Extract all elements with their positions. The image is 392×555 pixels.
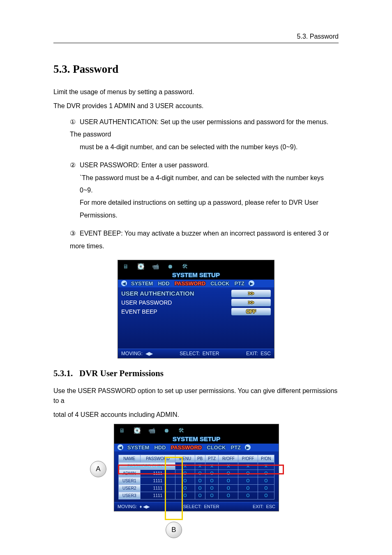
tab-clock[interactable]: CLOCK xyxy=(210,280,229,287)
moving-label: MOVING: xyxy=(121,351,143,356)
moving-val: ◀▶ xyxy=(145,351,153,356)
table-row: USER3 1111 O O O O O O xyxy=(119,492,274,499)
perm-cell[interactable]: O xyxy=(238,477,258,484)
dvr2-top-icons: 🖥 💽 📹 ⏺ 🛠 xyxy=(114,424,279,435)
sub-intro-p1: Use the USER PASSWORD option to set up u… xyxy=(53,386,339,406)
perm-cell[interactable]: O xyxy=(258,484,274,492)
exit-label: EXIT: xyxy=(246,351,258,356)
arrow-right-icon[interactable]: ▶ xyxy=(249,280,254,286)
callout-a: A xyxy=(90,461,106,477)
col-pon: P/ON xyxy=(258,455,274,462)
tab-system[interactable]: SYSTEM xyxy=(127,444,149,451)
callout-b: B xyxy=(166,522,182,538)
perm-cell[interactable]: O xyxy=(258,492,274,499)
list-marker-3: ③ xyxy=(70,227,80,240)
select-val: ENTER xyxy=(204,504,219,509)
callout-b-highlight xyxy=(165,457,183,520)
sub-intro-p2: total of 4 USER accounts including ADMIN… xyxy=(53,410,339,420)
tab-password[interactable]: PASSWORD xyxy=(171,444,202,451)
col-ptz: PTZ xyxy=(205,455,219,462)
li1-line2: must be a 4-digit number, and can be sel… xyxy=(80,141,339,153)
list-item: ③EVENT BEEP: You may activate a buzzer w… xyxy=(70,227,339,252)
perm-cell[interactable]: O xyxy=(258,477,274,484)
row-event-beep[interactable]: EVENT BEEP OFF xyxy=(121,308,271,315)
tab-hdd[interactable]: HDD xyxy=(158,280,169,287)
row-value[interactable]: OFF xyxy=(231,308,271,315)
camera-icon: 📹 xyxy=(146,426,157,435)
perm-cell[interactable]: O xyxy=(195,477,205,484)
list-marker-1: ① xyxy=(70,116,80,128)
section-number: 5.3. xyxy=(53,63,70,75)
perm-cell[interactable]: O xyxy=(219,484,238,492)
arrow-right-icon[interactable]: ▶ xyxy=(245,444,251,450)
subsection-heading: 5.3.1. DVR User Permissions xyxy=(53,368,339,379)
callout-a-highlight xyxy=(118,465,284,474)
dvr1-footer: MOVING: ◀▶ SELECT: ENTER EXIT: ESC xyxy=(118,349,274,358)
tab-ptz[interactable]: PTZ xyxy=(231,444,241,451)
moving-label: MOVING: xyxy=(118,504,137,509)
row-value[interactable]: >> xyxy=(231,290,271,297)
row-user-auth[interactable]: USER AUTHENTICATION >> xyxy=(121,290,271,297)
table-header-row: NAME PASSWORD MENU PB PTZ R/OFF P/OFF P/… xyxy=(119,455,274,462)
exit-val: ESC xyxy=(266,504,275,509)
perm-cell[interactable]: O xyxy=(205,477,219,484)
tab-password[interactable]: PASSWORD xyxy=(175,280,206,287)
monitor-icon: 🖥 xyxy=(117,426,127,435)
dvr1-body: USER AUTHENTICATION >> USER PASSWORD >> … xyxy=(118,287,274,349)
hdd-icon: 💽 xyxy=(135,262,146,271)
tab-ptz[interactable]: PTZ xyxy=(234,280,244,287)
footer-moving: MOVING: ◀▶ xyxy=(121,351,153,356)
permissions-table: NAME PASSWORD MENU PB PTZ R/OFF P/OFF P/… xyxy=(118,455,274,500)
user-name: USER2 xyxy=(119,484,141,492)
select-val: ENTER xyxy=(203,351,219,356)
record-icon: ⏺ xyxy=(161,426,172,435)
li2-line2: `The password must be a 4-digit number, … xyxy=(80,172,339,197)
dvr-screenshot-1: 🖥 💽 📹 ⏺ 🛠 SYSTEM SETUP ◀ SYSTEM HDD PASS… xyxy=(118,260,274,358)
row-label: USER AUTHENTICATION xyxy=(121,290,194,297)
perm-cell[interactable]: O xyxy=(195,484,205,492)
perm-cell[interactable]: O xyxy=(238,484,258,492)
footer-exit: EXIT: ESC xyxy=(253,504,275,509)
perm-cell[interactable]: O xyxy=(205,492,219,499)
dvr2-banner: SYSTEM SETUP xyxy=(114,435,279,444)
arrow-left-icon[interactable]: ◀ xyxy=(118,444,123,450)
list-marker-2: ② xyxy=(70,159,80,171)
perm-cell[interactable]: O xyxy=(219,477,238,484)
camera-icon: 📹 xyxy=(150,262,161,271)
perm-cell[interactable]: O xyxy=(238,492,258,499)
dvr1-top-icons: 🖥 💽 📹 ⏺ 🛠 xyxy=(118,260,274,271)
list-item: ②USER PASSWORD: Enter a user password. `… xyxy=(70,159,339,222)
select-label: SELECT: xyxy=(180,351,200,356)
col-pb: PB xyxy=(195,455,205,462)
perm-cell[interactable]: O xyxy=(219,492,238,499)
col-poff: P/OFF xyxy=(238,455,258,462)
tab-hdd[interactable]: HDD xyxy=(154,444,166,451)
footer-moving: MOVING: ♦ ◀▶ xyxy=(118,504,150,509)
dvr-screenshot-2-wrap: 🖥 💽 📹 ⏺ 🛠 SYSTEM SETUP ◀ SYSTEM HDD PASS… xyxy=(114,424,278,511)
dvr2-body: NAME PASSWORD MENU PB PTZ R/OFF P/OFF P/… xyxy=(114,451,279,502)
table-row: USER1 1111 O O O O O O xyxy=(119,477,274,484)
arrow-left-icon[interactable]: ◀ xyxy=(121,280,127,286)
tab-clock[interactable]: CLOCK xyxy=(207,444,226,451)
list-item: ①USER AUTHENTICATION: Set up the user pe… xyxy=(70,116,339,153)
dvr1-banner: SYSTEM SETUP xyxy=(118,271,274,280)
intro-p1: Limit the usage of menus by setting a pa… xyxy=(53,87,339,97)
numbered-list: ①USER AUTHENTICATION: Set up the user pe… xyxy=(70,116,339,252)
subsection-title: DVR User Permissions xyxy=(79,368,164,378)
row-value[interactable]: >> xyxy=(231,299,271,306)
tab-system[interactable]: SYSTEM xyxy=(131,280,153,287)
exit-val: ESC xyxy=(261,351,271,356)
row-user-password[interactable]: USER PASSWORD >> xyxy=(121,299,271,306)
perm-cell[interactable]: O xyxy=(205,484,219,492)
record-icon: ⏺ xyxy=(165,262,175,271)
perm-cell[interactable]: O xyxy=(195,492,205,499)
select-label: SELECT: xyxy=(183,504,202,509)
header-right: 5.3. Password xyxy=(297,33,339,40)
hdd-icon: 💽 xyxy=(131,426,142,435)
li2-line1: USER PASSWORD: Enter a user password. xyxy=(80,162,209,169)
row-label: USER PASSWORD xyxy=(121,299,172,306)
li1-line1: USER AUTHENTICATION: Set up the user per… xyxy=(70,118,328,138)
tools-icon: 🛠 xyxy=(180,262,190,271)
dvr2-footer: MOVING: ♦ ◀▶ SELECT: ENTER EXIT: ESC xyxy=(114,502,279,511)
footer-select: SELECT: ENTER xyxy=(183,504,219,509)
